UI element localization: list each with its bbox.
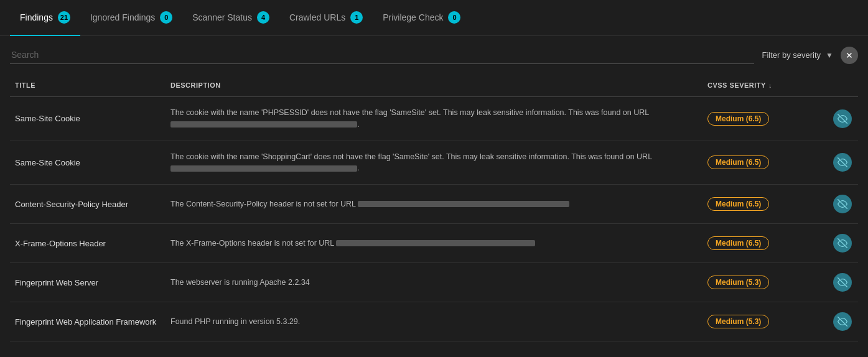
ignore-button[interactable]: [833, 234, 852, 253]
tabs-bar: Findings 21 Ignored Findings 0 Scanner S…: [0, 0, 868, 36]
tab-badge-ignored-findings: 0: [160, 11, 172, 24]
col-header-action: [827, 79, 858, 91]
ignore-button[interactable]: [833, 273, 852, 292]
ignore-button[interactable]: [833, 312, 852, 331]
col-header-title: TITLE: [10, 79, 166, 91]
cell-severity-3: Medium (6.5): [702, 234, 827, 253]
tab-badge-findings: 21: [58, 11, 70, 24]
cell-action-4: [827, 271, 858, 294]
ignore-button[interactable]: [833, 109, 852, 128]
tab-crawled-urls[interactable]: Crawled URLs 1: [279, 1, 373, 36]
redacted-bar: [170, 121, 357, 128]
cell-action-1: [827, 151, 858, 174]
tab-label-ignored-findings: Ignored Findings: [90, 12, 155, 22]
redacted-bar: [336, 240, 535, 246]
cell-desc-1: The cookie with the name 'ShoppingCart' …: [166, 149, 702, 177]
cell-desc-2: The Content-Security-Policy header is no…: [166, 196, 702, 213]
table-row: X-Frame-Options HeaderThe X-Frame-Option…: [10, 224, 858, 263]
cell-title-0: Same-Site Cookie: [10, 111, 166, 126]
cell-severity-5: Medium (5.3): [702, 312, 827, 331]
sort-icon: ↓: [768, 81, 772, 89]
tab-scanner-status[interactable]: Scanner Status 4: [182, 1, 279, 36]
severity-badge: Medium (5.3): [707, 315, 769, 328]
cell-title-4: Fingerprint Web Server: [10, 276, 166, 290]
ignore-button[interactable]: [833, 153, 852, 172]
cell-action-5: [827, 310, 858, 333]
table-body: Same-Site CookieThe cookie with the name…: [10, 97, 858, 341]
cell-severity-2: Medium (6.5): [702, 195, 827, 213]
col-header-severity[interactable]: CVSS SEVERITY ↓: [702, 79, 827, 91]
cell-severity-4: Medium (5.3): [702, 273, 827, 292]
tab-badge-privilege-check: 0: [448, 11, 460, 24]
severity-badge: Medium (6.5): [707, 197, 769, 211]
cell-desc-4: The webserver is running Apache 2.2.34: [166, 274, 702, 291]
table-row: Same-Site CookieThe cookie with the name…: [10, 141, 858, 185]
tab-label-crawled-urls: Crawled URLs: [289, 12, 345, 22]
table-row: Content-Security-Policy HeaderThe Conten…: [10, 185, 858, 224]
tab-findings[interactable]: Findings 21: [10, 1, 80, 36]
tab-label-privilege-check: Privilege Check: [383, 12, 443, 22]
cell-desc-5: Found PHP running in version 5.3.29.: [166, 313, 702, 330]
chevron-down-icon: ▼: [826, 51, 833, 60]
ignore-button[interactable]: [833, 195, 852, 213]
table-header: TITLE DESCRIPTION CVSS SEVERITY ↓: [10, 74, 858, 97]
col-header-description: DESCRIPTION: [166, 79, 702, 91]
cell-action-3: [827, 231, 858, 255]
table-row: Fingerprint Web ServerThe webserver is r…: [10, 263, 858, 302]
redacted-bar: [170, 165, 357, 172]
table-row: Same-Site CookieThe cookie with the name…: [10, 97, 858, 141]
tab-privilege-check[interactable]: Privilege Check 0: [373, 1, 470, 36]
redacted-bar: [358, 201, 569, 207]
cell-action-2: [827, 192, 858, 216]
search-bar-row: Filter by severity ▼ ✕: [0, 36, 868, 69]
search-input[interactable]: [10, 46, 754, 64]
severity-badge: Medium (6.5): [707, 236, 769, 250]
cell-desc-0: The cookie with the name 'PHPSESSID' doe…: [166, 104, 702, 133]
cell-title-3: X-Frame-Options Header: [10, 236, 166, 251]
filter-by-severity[interactable]: Filter by severity ▼: [762, 50, 833, 60]
filter-label: Filter by severity: [762, 50, 821, 60]
tab-ignored-findings[interactable]: Ignored Findings 0: [80, 1, 182, 36]
cell-title-1: Same-Site Cookie: [10, 155, 166, 170]
severity-badge: Medium (6.5): [707, 112, 769, 126]
tab-label-findings: Findings: [20, 12, 53, 22]
table-container: TITLE DESCRIPTION CVSS SEVERITY ↓ Same-S…: [0, 74, 868, 341]
close-button[interactable]: ✕: [841, 47, 858, 64]
table-row: Fingerprint Web Application FrameworkFou…: [10, 302, 858, 341]
cell-severity-1: Medium (6.5): [702, 153, 827, 172]
tab-badge-crawled-urls: 1: [350, 11, 363, 24]
severity-badge: Medium (6.5): [707, 155, 769, 169]
severity-badge: Medium (5.3): [707, 276, 769, 289]
cell-severity-0: Medium (6.5): [702, 109, 827, 128]
cell-desc-3: The X-Frame-Options header is not set fo…: [166, 235, 702, 252]
tab-label-scanner-status: Scanner Status: [192, 12, 252, 22]
cell-action-0: [827, 107, 858, 131]
tab-badge-scanner-status: 4: [257, 11, 269, 24]
cell-title-2: Content-Security-Policy Header: [10, 197, 166, 211]
cell-title-5: Fingerprint Web Application Framework: [10, 315, 166, 329]
